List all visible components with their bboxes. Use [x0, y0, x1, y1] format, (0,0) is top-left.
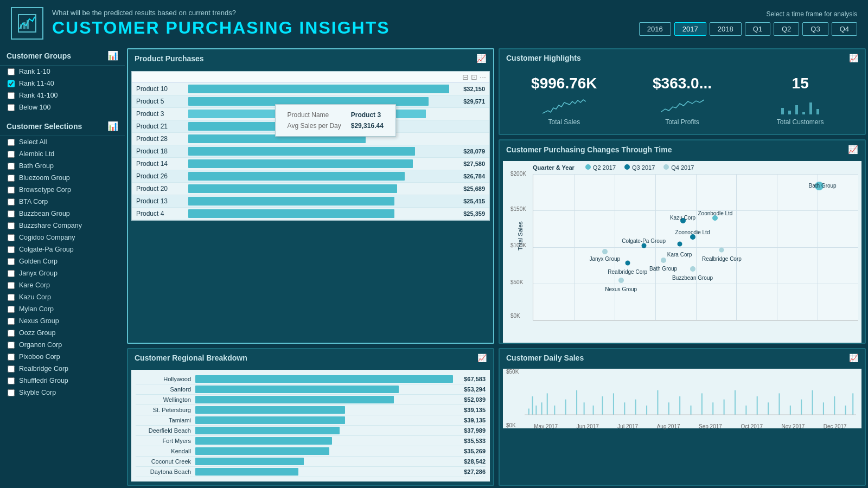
- selection-item-19[interactable]: Realbridge Corp: [0, 363, 125, 375]
- selection-item-5[interactable]: BTA Corp: [0, 196, 125, 208]
- product-bar-10: [188, 209, 394, 218]
- highlights-metrics: $996.76K Total Sales $363.0...: [500, 67, 865, 134]
- time-btn-q2[interactable]: Q2: [774, 22, 799, 36]
- svg-rect-10: [528, 409, 529, 415]
- selection-checkbox-4[interactable]: [8, 187, 15, 194]
- daily-sales-icon: 📈: [849, 354, 858, 362]
- expand-icon[interactable]: ⊡: [471, 73, 477, 81]
- selection-checkbox-14[interactable]: [8, 306, 15, 313]
- regional-panel: Customer Regional Breakdown 📈 Hollywood$…: [127, 348, 494, 486]
- svg-rect-24: [646, 406, 647, 415]
- selection-item-13[interactable]: Kazu Corp: [0, 291, 125, 303]
- group-rank-1-10-checkbox[interactable]: [8, 68, 15, 75]
- selection-checkbox-8[interactable]: [8, 234, 15, 241]
- selection-item-18[interactable]: Pixoboo Corp: [0, 351, 125, 363]
- selection-checkbox-0[interactable]: [8, 139, 15, 146]
- selection-item-1[interactable]: Alembic Ltd: [0, 148, 125, 160]
- scatter-chart-area: Total Sales: [533, 174, 858, 320]
- selection-checkbox-11[interactable]: [8, 270, 15, 277]
- time-btn-2018[interactable]: 2018: [710, 22, 742, 36]
- selection-item-2[interactable]: Bath Group: [0, 160, 125, 172]
- selection-item-15[interactable]: Nexus Group: [0, 315, 125, 327]
- tooltip-product-name-label: Product Name: [283, 110, 346, 120]
- selection-checkbox-16[interactable]: [8, 330, 15, 337]
- selection-checkbox-2[interactable]: [8, 163, 15, 170]
- selection-item-4[interactable]: Browsetype Corp: [0, 184, 125, 196]
- group-rank-1-10[interactable]: Rank 1-10: [0, 66, 125, 78]
- product-name-10: Product 4: [136, 210, 185, 217]
- selection-item-10[interactable]: Golden Corp: [0, 255, 125, 267]
- regional-value-4: $39,135: [453, 417, 486, 423]
- selection-label-11: Janyx Group: [19, 269, 58, 277]
- svg-rect-16: [565, 400, 566, 415]
- selection-item-11[interactable]: Janyx Group: [0, 267, 125, 279]
- svg-rect-23: [635, 400, 636, 415]
- regional-name-8: Coconut Creek: [136, 458, 195, 465]
- group-rank-11-40[interactable]: Rank 11-40: [0, 78, 125, 89]
- selection-checkbox-10[interactable]: [8, 258, 15, 265]
- selection-checkbox-21[interactable]: [8, 389, 15, 396]
- selection-checkbox-9[interactable]: [8, 246, 15, 253]
- selection-label-7: Buzzshare Company: [19, 222, 82, 229]
- selection-checkbox-18[interactable]: [8, 354, 15, 361]
- regional-row-6: Fort Myers$35,533: [136, 436, 486, 446]
- svg-rect-33: [745, 406, 746, 415]
- product-row-9: Product 13$25,415: [132, 195, 489, 208]
- customer-groups-list: Rank 1-10 Rank 11-40 Rank 41-100 Below 1…: [0, 66, 125, 113]
- selection-checkbox-15[interactable]: [8, 318, 15, 325]
- selection-item-21[interactable]: Skyble Corp: [0, 387, 125, 399]
- time-btn-2017[interactable]: 2017: [674, 22, 706, 36]
- selection-item-6[interactable]: Buzzbean Group: [0, 208, 125, 220]
- selection-checkbox-1[interactable]: [8, 151, 15, 158]
- group-below-100-checkbox[interactable]: [8, 104, 15, 111]
- selection-checkbox-20[interactable]: [8, 377, 15, 384]
- regional-bar-wrap-0: [195, 375, 453, 383]
- selection-checkbox-6[interactable]: [8, 210, 15, 217]
- regional-name-0: Hollywood: [136, 376, 195, 382]
- total-sales-value: $996.76K: [508, 75, 621, 92]
- customer-highlights-panel: Customer Highlights 📈 $996.76K Total Sal…: [499, 48, 866, 135]
- product-value-7: $26,784: [452, 173, 485, 179]
- time-btn-q3[interactable]: Q3: [802, 22, 828, 36]
- group-below-100[interactable]: Below 100: [0, 101, 125, 113]
- selection-item-17[interactable]: Organon Corp: [0, 339, 125, 351]
- dot-bath-group2: [661, 258, 666, 263]
- selection-checkbox-17[interactable]: [8, 342, 15, 349]
- legend-q3-dot: [624, 164, 630, 170]
- selection-item-14[interactable]: Mylan Corp: [0, 303, 125, 315]
- regional-icon: 📈: [477, 354, 487, 362]
- resize-icon[interactable]: ⊟: [462, 73, 469, 81]
- selection-checkbox-12[interactable]: [8, 282, 15, 289]
- selection-checkbox-7[interactable]: [8, 222, 15, 229]
- group-rank-41-100-checkbox[interactable]: [8, 92, 15, 99]
- time-btn-q1[interactable]: Q1: [745, 22, 770, 36]
- selection-label-17: Organon Corp: [19, 341, 62, 349]
- more-icon[interactable]: ···: [480, 73, 486, 81]
- time-btn-q4[interactable]: Q4: [832, 22, 857, 36]
- regional-name-7: Kendall: [136, 448, 195, 454]
- dot-realbridge1: [719, 247, 724, 252]
- selection-item-3[interactable]: Bluezoom Group: [0, 172, 125, 184]
- selection-checkbox-5[interactable]: [8, 198, 15, 206]
- regional-table: Hollywood$67,583Sanford$53,294Wellington…: [131, 370, 490, 481]
- daily-x-jul: Jul 2017: [617, 423, 638, 429]
- selection-label-16: Oozz Group: [19, 329, 55, 337]
- selection-item-12[interactable]: Kare Corp: [0, 279, 125, 291]
- selection-item-7[interactable]: Buzzshare Company: [0, 220, 125, 232]
- selection-item-8[interactable]: Cogidoo Company: [0, 232, 125, 243]
- svg-rect-7: [802, 112, 805, 114]
- grid-v-1: [574, 174, 575, 320]
- daily-y-labels: $50K $0K: [506, 369, 519, 428]
- selection-label-4: Browsetype Corp: [19, 186, 71, 194]
- selection-checkbox-19[interactable]: [8, 365, 15, 373]
- time-btn-2016[interactable]: 2016: [639, 22, 671, 36]
- group-rank-11-40-checkbox[interactable]: [8, 80, 15, 87]
- selection-item-20[interactable]: Shuffledri Group: [0, 375, 125, 387]
- selection-item-0[interactable]: Select All: [0, 136, 125, 148]
- selection-checkbox-3[interactable]: [8, 175, 15, 182]
- group-rank-41-100[interactable]: Rank 41-100: [0, 89, 125, 101]
- regional-value-9: $27,286: [453, 468, 486, 475]
- selection-item-9[interactable]: Colgate-Pa Group: [0, 243, 125, 255]
- selection-item-16[interactable]: Oozz Group: [0, 327, 125, 339]
- selection-checkbox-13[interactable]: [8, 294, 15, 301]
